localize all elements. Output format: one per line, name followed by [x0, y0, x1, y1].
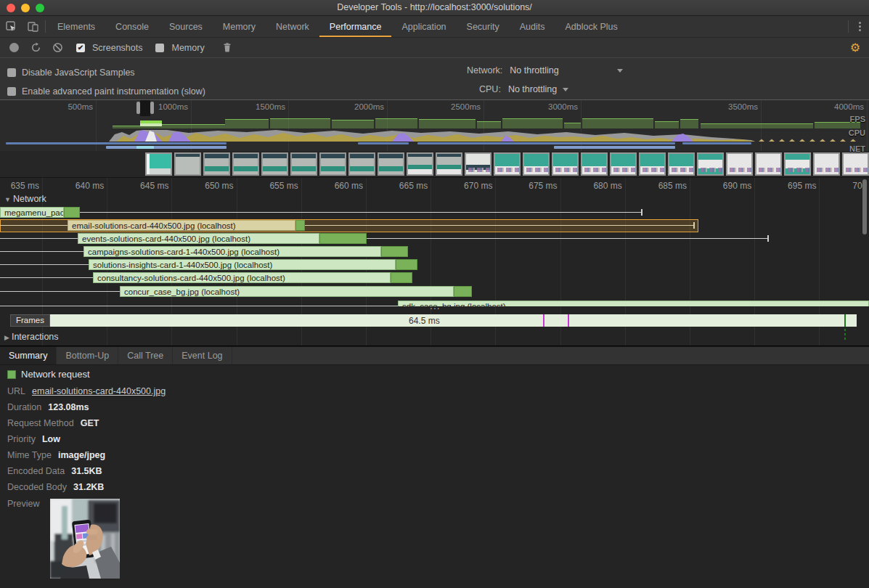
network-throttling-select[interactable]: Network: No throttling [467, 65, 623, 75]
tab-security[interactable]: Security [457, 16, 510, 37]
capture-settings-gear-icon[interactable]: ⚙ [846, 39, 865, 57]
details-tab-event-log[interactable]: Event Log [173, 347, 232, 364]
details-tab-summary[interactable]: Summary [0, 347, 57, 364]
filmstrip-screenshot[interactable] [436, 152, 462, 176]
tab-memory[interactable]: Memory [213, 16, 266, 37]
decoded-body-value: 31.2KB [73, 482, 104, 492]
request-bar[interactable]: consultancy-solutions-card-440x500.jpg (… [93, 272, 391, 283]
request-bar[interactable]: megamenu_pack... [0, 207, 64, 218]
request-bar[interactable]: campaigns-solutions-card-1-440x500.jpg (… [83, 246, 381, 257]
interactions-track-expander[interactable]: ▶Interactions [4, 332, 59, 342]
selection-right-handle[interactable] [150, 102, 154, 114]
fps-bar [419, 119, 476, 128]
details-tab-call-tree[interactable]: Call Tree [118, 347, 173, 364]
filmstrip-screenshot[interactable] [348, 152, 375, 176]
filmstrip-screenshot[interactable] [552, 152, 579, 176]
more-options-icon[interactable] [850, 16, 869, 37]
tab-performance[interactable]: Performance [319, 16, 392, 37]
network-request-row[interactable]: events-solutions-card-440x500.jpg (local… [0, 233, 869, 245]
filmstrip-screenshot[interactable] [697, 152, 724, 176]
request-waiting-line [0, 238, 78, 239]
filmstrip-screenshot[interactable] [319, 152, 346, 176]
filmstrip-screenshot[interactable] [290, 152, 317, 176]
url-value[interactable]: email-solutions-card-440x500.jpg [32, 386, 166, 396]
clear-recording-icon[interactable] [48, 39, 67, 57]
filmstrip-screenshot[interactable] [842, 152, 869, 176]
advanced-paint-checkbox[interactable] [7, 87, 16, 96]
selection-left-handle[interactable] [136, 102, 140, 114]
filmstrip-screenshot[interactable] [581, 152, 608, 176]
filmstrip-screenshot[interactable] [784, 152, 811, 176]
tab-console[interactable]: Console [105, 16, 159, 37]
inspect-element-icon[interactable] [0, 16, 22, 37]
filmstrip-screenshot[interactable] [174, 152, 201, 176]
tab-adblock-plus[interactable]: Adblock Plus [555, 16, 627, 37]
triangle-right-icon: ▶ [4, 334, 9, 341]
tab-audits[interactable]: Audits [510, 16, 555, 37]
fps-bar [225, 119, 269, 128]
preview-image[interactable] [50, 499, 120, 579]
tab-sources[interactable]: Sources [159, 16, 213, 37]
tab-elements[interactable]: Elements [47, 16, 105, 37]
request-bar[interactable]: events-solutions-card-440x500.jpg (local… [78, 233, 319, 244]
devtools-window: Developer Tools - http://localhost:3000/… [0, 0, 869, 588]
filmstrip-screenshot[interactable] [610, 152, 637, 176]
request-end-tick [767, 235, 769, 242]
vertical-scrollbar-thumb[interactable] [862, 179, 867, 234]
request-bar[interactable]: solutions-insights-card-1-440x500.jpg (l… [89, 259, 396, 270]
summary-field-encoded-data: Encoded Data31.5KB [7, 466, 102, 476]
record-button[interactable] [4, 39, 23, 57]
network-request-row[interactable]: email-solutions-card-440x500.jpg (localh… [0, 220, 869, 232]
filmstrip-screenshot[interactable] [465, 152, 491, 176]
request-bar[interactable]: email-solutions-card-440x500.jpg (localh… [68, 220, 295, 231]
detail-ruler-label: 645 ms [122, 181, 168, 191]
garbage-collect-icon[interactable] [218, 39, 237, 57]
filmstrip-screenshot[interactable] [261, 152, 288, 176]
capture-options-panel: Disable JavaScript Samples Enable advanc… [0, 58, 869, 100]
network-request-row[interactable]: consultancy-solutions-card-440x500.jpg (… [0, 272, 869, 285]
cpu-lane-label: CPU [849, 128, 865, 137]
network-track-expander[interactable]: ▼Network [4, 194, 46, 204]
frames-track[interactable]: Frames 64.5 ms [0, 313, 869, 329]
filmstrip-screenshot[interactable] [726, 152, 753, 176]
screenshots-label: Screenshots [92, 43, 142, 53]
filmstrip-screenshot[interactable] [407, 152, 433, 176]
filmstrip-screenshot[interactable] [232, 152, 259, 176]
filmstrip-screenshot[interactable] [145, 152, 172, 176]
network-request-row[interactable]: campaigns-solutions-card-1-440x500.jpg (… [0, 246, 869, 258]
device-toolbar-icon[interactable] [22, 16, 44, 37]
screenshots-checkbox[interactable]: ✔ [76, 44, 85, 52]
filmstrip-screenshot[interactable] [523, 152, 550, 176]
filmstrip-screenshot[interactable] [813, 152, 840, 176]
network-request-row[interactable]: solutions-insights-card-1-440x500.jpg (l… [0, 259, 869, 271]
disable-js-samples-checkbox[interactable] [7, 68, 16, 77]
flame-chart-pane[interactable]: 635 ms640 ms645 ms650 ms655 ms660 ms665 … [0, 178, 869, 346]
fps-lane-label: FPS [850, 115, 865, 123]
tab-application[interactable]: Application [391, 16, 456, 37]
filmstrip-screenshot[interactable] [203, 152, 230, 176]
request-end-tick [693, 222, 695, 229]
main-tab-bar: ElementsConsoleSourcesMemoryNetworkPerfo… [0, 16, 869, 38]
timeline-overview[interactable]: 500ms1000ms1500ms2000ms2500ms3000ms3500m… [0, 100, 869, 151]
filmstrip-screenshot[interactable] [494, 152, 521, 176]
thumbnail-content [817, 168, 839, 172]
tab-network[interactable]: Network [266, 16, 319, 37]
cpu-throttling-select[interactable]: CPU: No throttling [479, 84, 568, 94]
preview-label: Preview [7, 499, 39, 509]
filmstrip-screenshot[interactable] [378, 152, 404, 176]
filmstrip-screenshot[interactable] [639, 152, 666, 176]
memory-checkbox[interactable] [155, 44, 164, 52]
window-title: Developer Tools - http://localhost:3000/… [0, 2, 869, 12]
request-download-segment [396, 259, 417, 270]
network-request-row[interactable]: concur_case_bg.jpg (localhost) [0, 286, 869, 298]
overview-ruler-label: 1500ms [234, 102, 285, 111]
network-request-row[interactable]: megamenu_pack... [0, 207, 869, 219]
selection-window[interactable] [140, 100, 150, 116]
request-bar[interactable]: sdk_case_bg.jpg (localhost) [398, 301, 869, 306]
filmstrip-screenshot[interactable] [668, 152, 695, 176]
request-download-segment [295, 220, 305, 231]
details-tab-bottom-up[interactable]: Bottom-Up [57, 347, 118, 364]
filmstrip-screenshot[interactable] [755, 152, 782, 176]
request-bar[interactable]: concur_case_bg.jpg (localhost) [120, 286, 454, 297]
reload-and-record-icon[interactable] [26, 39, 45, 57]
